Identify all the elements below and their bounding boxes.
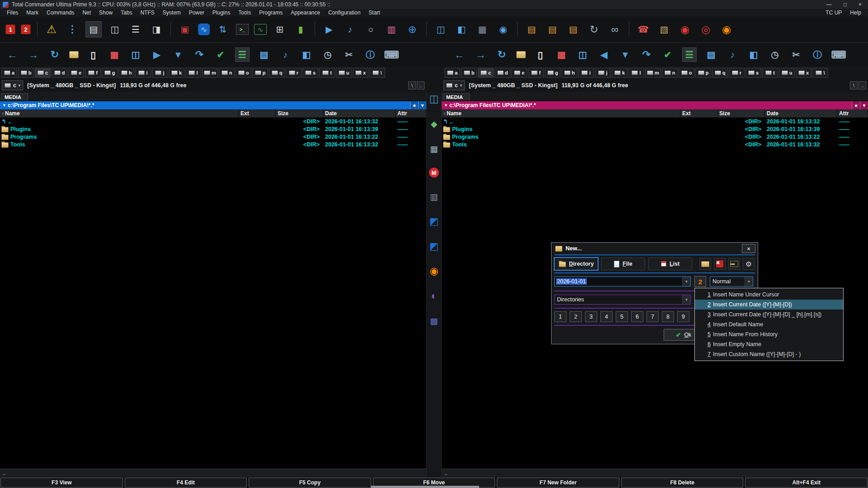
drive-tab-i[interactable]: i xyxy=(135,68,151,78)
redo-icon[interactable]: ↷ xyxy=(193,48,206,61)
menu-item[interactable]: Power xyxy=(185,9,208,16)
session-2-icon[interactable]: 2 xyxy=(21,24,31,34)
battery-icon[interactable]: ▮ xyxy=(293,22,308,37)
context-menu-item[interactable]: 3 Insert Current Date ([Y]-[M]-[D] _ [h]… xyxy=(695,310,843,319)
vertical-panels-icon[interactable]: ◨ xyxy=(149,22,164,37)
drive-tab-r[interactable]: r xyxy=(286,68,302,78)
file-row[interactable]: Plugins <DIR> 2026-01-01 16:13:39 —— xyxy=(442,125,868,133)
name-input[interactable]: 2026-01-01 ▾ xyxy=(554,277,691,286)
device-tree-icon[interactable]: ⋮ xyxy=(65,22,80,37)
drive-tab-h[interactable]: h xyxy=(561,68,577,78)
column-header-attr[interactable]: Attr xyxy=(837,109,868,117)
insert-menu-button[interactable]: 2 xyxy=(694,276,706,287)
column-header-name[interactable]: ↑Name xyxy=(442,109,680,117)
drive-tab-c[interactable]: c xyxy=(35,68,51,78)
sync-icon[interactable]: ↻ xyxy=(586,22,602,37)
power-red-icon[interactable]: ◉ xyxy=(677,22,693,37)
play-back-icon[interactable]: ◀ xyxy=(597,48,611,61)
list-icon[interactable]: ▤ xyxy=(257,48,271,61)
column-header-date[interactable]: Date xyxy=(765,109,837,117)
blocks-icon[interactable]: ◆ xyxy=(428,118,440,130)
calendar-icon[interactable]: ▦ xyxy=(555,48,568,61)
drive-tab-m[interactable]: m xyxy=(645,68,661,78)
number-button[interactable]: 9 xyxy=(677,311,689,322)
file-row[interactable]: Plugins <DIR> 2026-01-01 16:13:39 —— xyxy=(0,125,426,133)
path-bar-button[interactable]: ∗ xyxy=(852,101,860,109)
function-key-button[interactable]: F8 Delete xyxy=(621,478,744,488)
menu-item[interactable]: Start xyxy=(364,9,384,16)
maximize-button[interactable]: □ xyxy=(844,1,847,8)
photoshop-icon[interactable]: ∿ xyxy=(198,23,210,35)
column-header-ext[interactable]: Ext xyxy=(239,109,276,117)
separator[interactable] xyxy=(629,22,629,37)
refresh-icon[interactable]: ↻ xyxy=(48,48,61,61)
drive-tab-root[interactable]: \ xyxy=(812,68,828,78)
number-button[interactable]: 2 xyxy=(570,311,582,322)
file-list-empty-area[interactable] xyxy=(0,148,426,469)
mega-icon[interactable]: M xyxy=(429,168,439,178)
library-icon-2[interactable]: ▤ xyxy=(545,22,560,37)
drive-tab-o[interactable]: o xyxy=(679,68,694,78)
menu-item[interactable]: Net xyxy=(78,9,95,16)
number-button[interactable]: 4 xyxy=(600,311,613,322)
menu-item[interactable]: Mark xyxy=(22,9,42,16)
monitor-scope-icon[interactable]: ∿ xyxy=(254,24,267,35)
drive-tab-m[interactable]: m xyxy=(202,68,218,78)
separator[interactable] xyxy=(170,22,171,37)
media-tool-icon[interactable]: ▥ xyxy=(384,22,399,37)
drive-tab-c[interactable]: c xyxy=(478,68,494,78)
drive-tab-u[interactable]: u xyxy=(336,68,352,78)
horizontal-panels-icon[interactable]: ☰ xyxy=(128,22,143,37)
column-header-name[interactable]: ↑Name xyxy=(0,109,239,117)
function-key-button[interactable]: F3 View xyxy=(0,478,123,488)
screen-play-icon[interactable]: ◫ xyxy=(433,22,448,37)
refresh-icon[interactable]: ↻ xyxy=(495,48,509,61)
drive-tab-j[interactable]: j xyxy=(152,68,168,78)
warning-icon[interactable]: ⚠ xyxy=(44,22,59,37)
filter-icon[interactable]: ▼ xyxy=(171,48,185,61)
menu-item[interactable]: Help xyxy=(846,9,865,16)
drive-tab-d[interactable]: d xyxy=(52,68,67,78)
menu-lines-icon[interactable]: ☰ xyxy=(235,47,250,62)
separator[interactable] xyxy=(315,22,315,37)
drive-selector[interactable]: c ▾ xyxy=(2,80,23,90)
number-button[interactable]: 3 xyxy=(585,311,597,322)
column-header-date[interactable]: Date xyxy=(323,109,396,117)
file-row[interactable]: Programs <DIR> 2026-01-01 16:13:22 —— xyxy=(0,133,426,141)
list-icon[interactable]: ▤ xyxy=(704,48,718,61)
context-menu-item[interactable]: 1 Insert Name Under Cursor xyxy=(695,290,843,300)
search-icon[interactable]: ○ xyxy=(363,22,378,37)
terminal-icon[interactable]: >_ xyxy=(236,24,249,35)
forward-icon[interactable]: → xyxy=(27,48,40,61)
drive-tab-u[interactable]: u xyxy=(779,68,795,78)
number-button[interactable]: 7 xyxy=(646,311,659,322)
column-header-size[interactable]: Size xyxy=(717,109,765,117)
new-folder-icon[interactable] xyxy=(516,51,526,58)
file-row[interactable]: ↰.. <DIR> 2026-01-01 16:13:32 —— xyxy=(0,117,426,125)
drive-tab-j[interactable]: j xyxy=(595,68,611,78)
drive-tab-t[interactable]: t xyxy=(762,68,778,78)
drive-tab-q[interactable]: q xyxy=(712,68,728,78)
number-button[interactable]: 6 xyxy=(631,311,643,322)
separator[interactable] xyxy=(517,22,518,37)
tab-directory[interactable]: Directory xyxy=(554,258,598,270)
menu-item[interactable]: Show xyxy=(95,9,117,16)
drive-tab-s[interactable]: s xyxy=(302,68,318,78)
clock-icon[interactable]: ◷ xyxy=(321,48,335,61)
drive-tab-l[interactable]: l xyxy=(628,68,644,78)
camera-icon[interactable]: ◉ xyxy=(495,22,511,37)
panel-corner-button[interactable]: .. xyxy=(859,81,866,89)
floppy-icon[interactable]: ◩ xyxy=(428,216,440,227)
drive-tab-root[interactable]: \ xyxy=(369,68,385,78)
screen-music-icon[interactable]: ◧ xyxy=(454,22,469,37)
context-menu-item[interactable]: 5 Insert Name From History xyxy=(695,329,843,339)
input-dropdown-button[interactable]: ▾ xyxy=(682,277,690,286)
number-button[interactable]: 8 xyxy=(662,311,674,322)
power-orange-icon[interactable]: ◉ xyxy=(719,22,734,37)
folder-tab-media[interactable]: MEDIA xyxy=(1,93,28,101)
drive-tab-b[interactable]: b xyxy=(18,68,34,78)
number-button[interactable]: 5 xyxy=(616,311,628,322)
drive-tab-k[interactable]: k xyxy=(612,68,627,78)
drive-tab-h[interactable]: h xyxy=(118,68,134,78)
file-row[interactable]: Programs <DIR> 2026-01-01 16:13:22 —— xyxy=(442,133,868,141)
